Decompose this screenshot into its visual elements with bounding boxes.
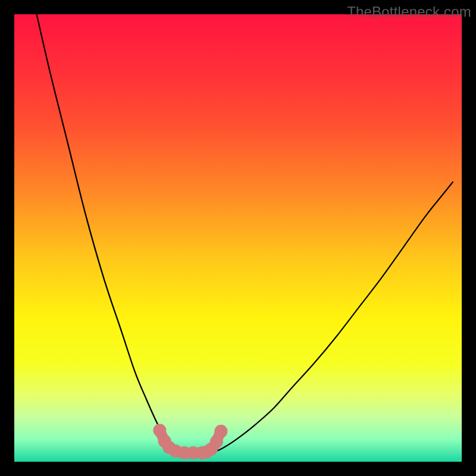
plot-area (14, 14, 462, 462)
valley-dot (214, 425, 227, 438)
bottleneck-curve-chart (0, 0, 476, 476)
